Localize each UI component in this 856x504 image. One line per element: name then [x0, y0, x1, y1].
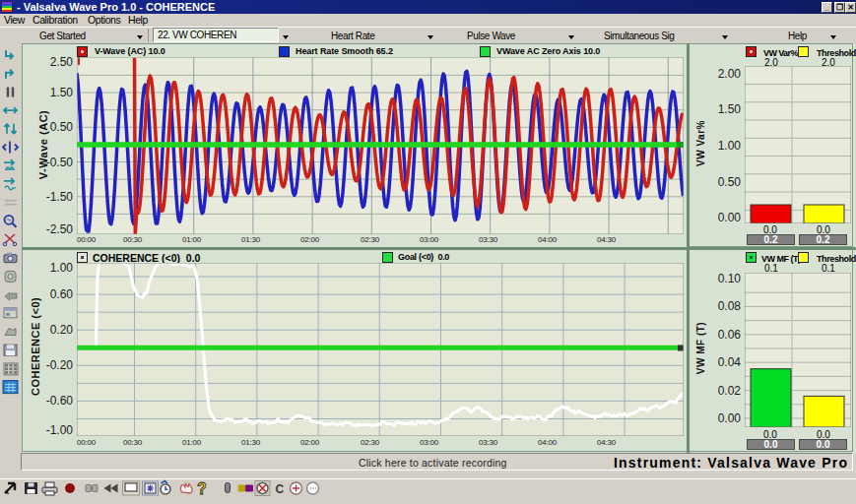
svg-text:?: ? — [197, 480, 207, 497]
svg-text:C: C — [276, 482, 285, 496]
